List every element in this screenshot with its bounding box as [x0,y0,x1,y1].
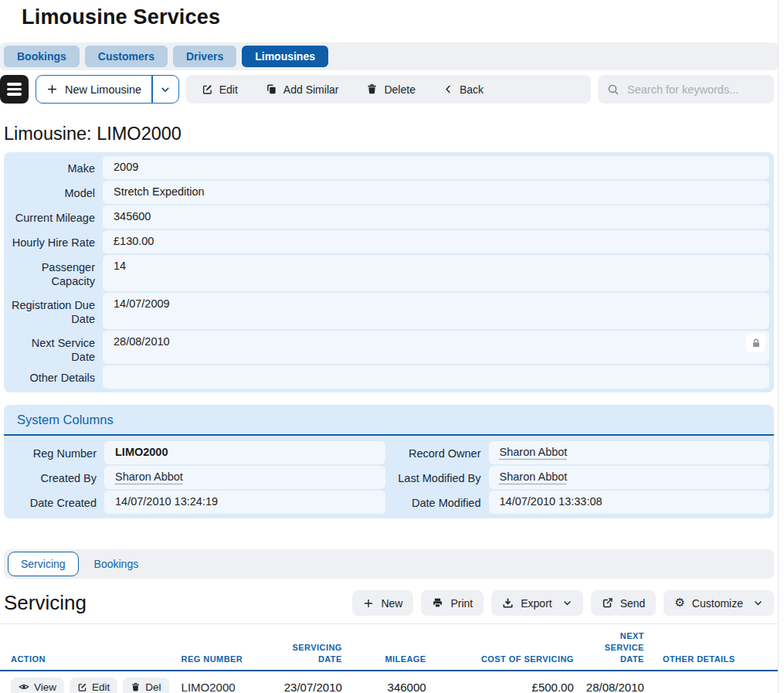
record-owner-link[interactable]: Sharon Abbot [500,446,568,458]
field-label: Passenger Capacity [8,255,103,291]
new-limousine-split-button: New Limousine [36,75,179,104]
cell-reg-number: LIMO2000 [175,671,270,693]
lock-icon [751,338,762,348]
system-columns-title: System Columns [4,405,774,436]
edit-row-button[interactable]: Edit [70,678,117,693]
created-by-link[interactable]: Sharon Abbot [115,470,183,483]
cell-cost: £500.00 [433,671,580,693]
tab-limousines[interactable]: Limousines [242,46,328,67]
chevron-down-icon [753,598,763,608]
delete-button[interactable]: Delete [366,83,415,96]
field-value: LIMO2000 [104,441,385,464]
view-button[interactable]: View [11,678,64,693]
edit-label: Edit [219,83,238,96]
servicing-section-header: Servicing New Print Export [4,590,774,616]
field-label: Date Created [8,491,104,514]
field-row-created-by: Created By Sharon Abbot [8,466,385,489]
send-label: Send [620,597,646,610]
cell-servicing-date: 23/07/2010 [270,671,348,693]
field-label: Current Mileage [8,206,103,229]
field-row-current-mileage: Current Mileage 345600 [8,206,769,229]
chevron-left-icon [443,84,453,94]
print-button[interactable]: Print [421,590,484,616]
delete-label: Delete [384,83,415,96]
cell-mileage: 346000 [348,671,433,693]
field-value: Sharon Abbot [489,466,770,489]
download-icon [502,597,514,609]
field-label: Date Modified [393,491,489,514]
field-row-record-owner: Record Owner Sharon Abbot [393,441,770,464]
tab-drivers[interactable]: Drivers [173,46,236,67]
record-action-group: Edit Add Similar Delete Back [186,75,591,104]
cell-other-details [650,671,778,693]
system-columns-body: Reg Number LIMO2000 Created By Sharon Ab… [4,436,774,518]
header-reg-number: Reg Number [175,624,270,671]
tab-bookings[interactable]: Bookings [4,46,80,67]
back-label: Back [460,83,484,96]
servicing-heading: Servicing [4,591,87,615]
delete-row-button[interactable]: Del [123,678,168,693]
new-limousine-button[interactable]: New Limousine [36,76,151,103]
eye-icon [19,681,29,692]
header-mileage: Mileage [348,624,433,671]
add-similar-label: Add Similar [283,83,339,96]
header-servicing-date: Servicing Date [270,624,348,671]
copy-icon [266,83,277,95]
new-limousine-dropdown-button[interactable] [153,76,178,103]
add-similar-button[interactable]: Add Similar [266,83,339,96]
edit-label: Edit [92,681,110,693]
field-value: Stretch Expedition [103,181,769,204]
field-label: Created By [8,466,104,489]
export-button[interactable]: Export [491,590,582,616]
related-tab-servicing[interactable]: Servicing [8,552,79,576]
field-label: Hourly Hire Rate [8,230,103,253]
locked-field-button[interactable] [746,333,765,352]
field-row-next-service-date: Next Service Date 28/08/2010 [8,331,769,364]
back-button[interactable]: Back [443,83,484,96]
last-modified-by-link[interactable]: Sharon Abbot [500,470,568,483]
chevron-down-icon [562,598,572,608]
new-button[interactable]: New [352,590,413,616]
field-value: 345600 [103,206,769,229]
main-content: Limousine Services Bookings Customers Dr… [0,0,778,693]
customize-label: Customize [692,597,743,610]
search-icon [607,83,619,96]
menu-button[interactable] [0,75,29,104]
field-label: Record Owner [393,441,489,464]
trash-icon [366,83,378,95]
servicing-table: Action Reg Number Servicing Date Mileage… [0,623,778,693]
page-title: Limousine Services [22,3,778,31]
print-label: Print [450,597,473,610]
field-value: Sharon Abbot [489,441,770,464]
edit-icon [77,682,87,692]
edit-button[interactable]: Edit [202,83,238,96]
plus-icon [363,598,374,609]
chevron-down-icon [160,84,171,95]
cell-next-service-date: 28/08/2010 [580,671,650,693]
customize-button[interactable]: ⚙ Customize [664,590,774,616]
record-heading: Limousine: LIMO2000 [4,124,778,144]
field-row-date-created: Date Created 14/07/2010 13:24:19 [8,491,385,514]
send-button[interactable]: Send [591,590,657,616]
related-tabbar: Servicing Bookings [4,549,774,579]
scrollbar[interactable] [778,0,784,693]
field-value: £130.00 [103,230,769,253]
new-label: New [381,597,402,610]
related-tab-bookings[interactable]: Bookings [82,552,151,576]
system-columns-right: Record Owner Sharon Abbot Last Modified … [393,441,770,514]
reg-number-link[interactable]: LIMO2000 [182,681,236,693]
table-row: View Edit Del [0,671,778,693]
system-columns-left: Reg Number LIMO2000 Created By Sharon Ab… [8,441,385,514]
field-label: Next Service Date [8,331,103,364]
search-input[interactable] [627,83,765,96]
header-action: Action [0,624,175,671]
tab-customers[interactable]: Customers [85,46,168,67]
plus-icon [46,83,58,95]
toolbar: New Limousine Edit Add Similar [0,75,778,104]
system-columns-panel: System Columns Reg Number LIMO2000 Creat… [4,405,774,518]
servicing-buttons: New Print Export S [352,590,774,616]
trash-icon [131,682,141,692]
field-row-passenger-capacity: Passenger Capacity 14 [8,255,769,291]
field-row-model: Model Stretch Expedition [8,181,769,204]
header-other-details: Other Details [650,624,778,671]
